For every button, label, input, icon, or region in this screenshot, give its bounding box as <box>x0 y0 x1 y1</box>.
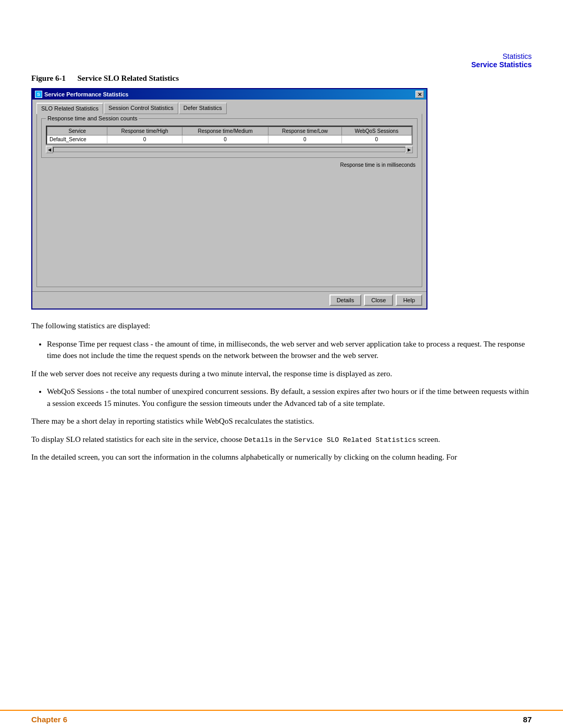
tab-defer[interactable]: Defer Statistics <box>179 103 227 114</box>
bullet-list-2: WebQoS Sessions - the total number of un… <box>47 386 532 409</box>
dialog-tabs: SLO Related Statistics Session Control S… <box>36 102 422 114</box>
dialog-box: S Service Performance Statistics ✕ SLO R… <box>31 88 427 310</box>
scroll-left-arrow[interactable]: ◀ <box>46 146 53 153</box>
tab-content: Response time and Session counts Service… <box>36 114 422 287</box>
dialog-titlebar-left: S Service Performance Statistics <box>35 91 128 98</box>
dialog-title: Service Performance Statistics <box>44 91 128 97</box>
col-header-medium: Response time/Medium <box>182 127 268 135</box>
para3-after: screen. <box>418 435 440 443</box>
main-content: Figure 6-1 Service SLO Related Statistic… <box>0 74 563 710</box>
group-box-label: Response time and Session counts <box>46 115 139 121</box>
empty-dialog-area <box>41 168 418 282</box>
cell-high: 0 <box>107 135 182 144</box>
footer: Chapter 6 87 <box>0 710 563 728</box>
col-header-low: Response time/Low <box>268 127 341 135</box>
help-button[interactable]: Help <box>396 294 422 306</box>
scroll-right-arrow[interactable]: ▶ <box>406 146 413 153</box>
dialog-icon: S <box>35 91 42 98</box>
col-header-webqos: WebQoS Sessions <box>341 127 411 135</box>
page: Statistics Service Statistics Figure 6-1… <box>0 0 563 728</box>
cell-webqos: 0 <box>341 135 411 144</box>
breadcrumb-service-statistics: Service Statistics <box>471 60 532 69</box>
dialog-body: SLO Related Statistics Session Control S… <box>32 100 426 291</box>
footer-chapter: Chapter 6 <box>31 715 67 724</box>
figure-title: Figure 6-1 Service SLO Related Statistic… <box>31 74 532 83</box>
close-button[interactable]: Close <box>364 294 393 306</box>
breadcrumb: Statistics Service Statistics <box>0 0 563 69</box>
breadcrumb-statistics: Statistics <box>503 52 532 60</box>
paragraph-sort: In the detailed screen, you can sort the… <box>31 451 532 463</box>
para3-before: To display SLO related statistics for ea… <box>31 435 242 443</box>
para3-code2: Service SLO Related Statistics <box>294 436 416 444</box>
bullet-response-text: Response Time per request class - the am… <box>47 340 525 360</box>
figure-label: Figure 6-1 <box>31 74 77 82</box>
response-time-note: Response time is in milliseconds <box>41 162 418 168</box>
bullet-item-response-time: Response Time per request class - the am… <box>47 338 532 362</box>
intro-text: The following statistics are displayed: <box>31 320 532 332</box>
table-header-row: Service Response time/High Response time… <box>47 127 412 135</box>
stats-table-container: Service Response time/High Response time… <box>46 126 413 145</box>
group-box: Response time and Session counts Service… <box>41 118 418 158</box>
para3-middle: in the <box>275 435 292 443</box>
bullet-list: Response Time per request class - the am… <box>47 338 532 362</box>
details-button[interactable]: Details <box>329 294 362 306</box>
dialog-titlebar: S Service Performance Statistics ✕ <box>32 89 426 100</box>
bullet-webqos-text: WebQoS Sessions - the total number of un… <box>47 387 529 408</box>
para3-code1: Details <box>244 436 273 444</box>
paragraph-zero-note: If the web server does not receive any r… <box>31 368 532 380</box>
bullet-item-webqos: WebQoS Sessions - the total number of un… <box>47 386 532 409</box>
scroll-track <box>53 147 406 152</box>
cell-service: Default_Service <box>47 135 107 144</box>
paragraph-delay: There may be a short delay in reporting … <box>31 415 532 427</box>
table-row: Default_Service 0 0 0 0 <box>47 135 412 144</box>
paragraph-details: To display SLO related statistics for ea… <box>31 434 532 446</box>
col-header-service: Service <box>47 127 107 135</box>
cell-medium: 0 <box>182 135 268 144</box>
col-header-high: Response time/High <box>107 127 182 135</box>
dialog-close-button[interactable]: ✕ <box>415 91 424 98</box>
stats-table: Service Response time/High Response time… <box>47 127 412 144</box>
figure-description: Service SLO Related Statistics <box>77 74 179 82</box>
scrollbar-area: ◀ ▶ <box>46 146 413 153</box>
cell-low: 0 <box>268 135 341 144</box>
footer-page: 87 <box>523 715 532 724</box>
tab-session-control[interactable]: Session Control Statistics <box>104 103 178 114</box>
dialog-bottom: Details Close Help <box>32 291 426 309</box>
tab-slo-related[interactable]: SLO Related Statistics <box>36 103 103 114</box>
